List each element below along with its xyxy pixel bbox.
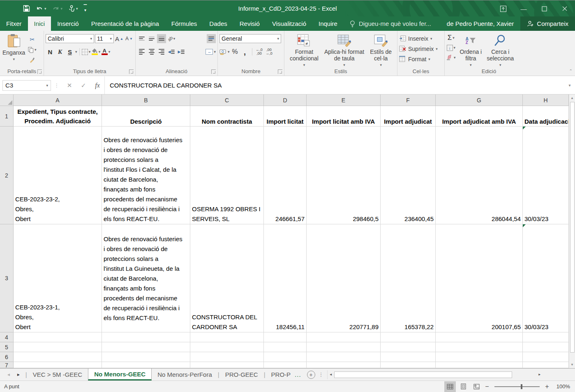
paste-caret[interactable]: ▾ xyxy=(13,57,15,61)
scroll-left-icon[interactable]: ◄ xyxy=(328,373,334,376)
tab-dades[interactable]: Dades xyxy=(203,16,233,31)
row-header-7[interactable]: 7 xyxy=(0,362,14,368)
font-name-select[interactable]: Calibri▾ xyxy=(46,34,94,43)
undo-button[interactable]: ▾ xyxy=(34,4,48,13)
cell-E6[interactable] xyxy=(307,352,381,362)
cell-F6[interactable] xyxy=(381,352,436,362)
sheet-tab-overflow[interactable]: ... xyxy=(292,369,304,380)
cell-A3[interactable]: CEB-2023-23-1, Obres, Obert xyxy=(14,224,102,332)
decrease-indent-button[interactable]: ◀ xyxy=(167,47,176,56)
cell-B1[interactable]: Descripció xyxy=(102,106,190,127)
find-select-caret[interactable]: ▾ xyxy=(499,63,501,67)
underline-caret[interactable]: ▾ xyxy=(75,50,77,54)
scroll-up-icon[interactable]: ▲ xyxy=(569,95,575,101)
save-button[interactable] xyxy=(21,4,32,13)
cell-B5[interactable] xyxy=(102,342,190,352)
cell-A7[interactable] xyxy=(14,362,102,368)
cell-C5[interactable] xyxy=(190,342,264,352)
borders-caret[interactable]: ▾ xyxy=(89,50,91,54)
accounting-format-caret[interactable]: ▾ xyxy=(228,50,230,54)
formula-input[interactable]: CONSTRUCTORA DEL CARDONER SA xyxy=(104,76,564,94)
row-header-5[interactable]: 5 xyxy=(0,342,14,352)
percent-style-button[interactable]: % xyxy=(231,47,240,56)
column-header-h[interactable]: H xyxy=(523,95,569,106)
cell-H4[interactable] xyxy=(523,332,569,342)
align-right-button[interactable] xyxy=(157,47,166,56)
cell-F2[interactable]: 236400,45 xyxy=(381,127,436,224)
increase-decimal-button[interactable]: ←,0 ,00 xyxy=(255,47,264,56)
cut-button[interactable]: ✂ xyxy=(28,35,37,44)
increase-indent-button[interactable]: ▶ xyxy=(177,47,186,56)
ribbon-display-options-button[interactable] xyxy=(493,0,513,16)
add-sheet-button[interactable]: + xyxy=(307,371,315,379)
cell-D5[interactable] xyxy=(264,342,307,352)
cell-G2[interactable]: 286044,54 xyxy=(436,127,523,224)
wrap-text-button[interactable] xyxy=(207,34,216,43)
format-as-table-caret[interactable]: ▾ xyxy=(343,63,345,67)
autosum-button[interactable]: Σ▾ xyxy=(446,33,456,42)
align-top-button[interactable] xyxy=(137,34,146,43)
row-header-1[interactable]: 1 xyxy=(0,106,14,127)
cell-styles-caret[interactable]: ▾ xyxy=(380,63,382,67)
minimize-button[interactable]: — xyxy=(513,0,534,16)
row-header-2[interactable]: 2 xyxy=(0,127,14,224)
page-break-preview-button[interactable] xyxy=(471,381,482,392)
cell-F7[interactable] xyxy=(381,362,436,368)
cell-E7[interactable] xyxy=(307,362,381,368)
column-header-a[interactable]: A xyxy=(14,95,102,106)
alignment-dialog-launcher[interactable] xyxy=(211,69,216,74)
horizontal-scrollbar-track[interactable] xyxy=(334,371,536,378)
share-button[interactable]: Comparteix xyxy=(520,16,575,31)
sheet-tab-pro-p[interactable]: PRO-P xyxy=(266,369,293,380)
cell-H2[interactable]: 30/03/23 xyxy=(523,127,569,224)
enter-entry-button[interactable]: ✓ xyxy=(76,82,90,89)
format-cells-button[interactable]: Format▾ xyxy=(397,54,444,64)
horizontal-scrollbar[interactable]: ◄ ► xyxy=(327,370,543,379)
cell-D7[interactable] xyxy=(264,362,307,368)
cell-B3[interactable]: Obres de renovació fusteries i obres de … xyxy=(102,224,190,332)
cell-H5[interactable] xyxy=(523,342,569,352)
column-header-d[interactable]: D xyxy=(264,95,307,106)
cell-F5[interactable] xyxy=(381,342,436,352)
column-header-e[interactable]: E xyxy=(307,95,381,106)
cell-C3[interactable]: CONSTRUCTORA DEL CARDONER SA xyxy=(190,224,264,332)
cell-E2[interactable]: 298460,5 xyxy=(307,127,381,224)
clear-caret[interactable]: ▾ xyxy=(454,55,456,60)
align-bottom-button[interactable] xyxy=(157,34,166,43)
cell-H6[interactable] xyxy=(523,352,569,362)
cell-E4[interactable] xyxy=(307,332,381,342)
align-left-button[interactable] xyxy=(137,47,146,56)
tab-insercio[interactable]: Inserció xyxy=(51,16,85,31)
column-header-f[interactable]: F xyxy=(381,95,436,106)
fill-color-button[interactable]: ▾ xyxy=(92,47,101,56)
cancel-entry-button[interactable]: ✕ xyxy=(62,82,76,89)
formula-bar-handle[interactable]: ⋮ xyxy=(51,83,62,88)
cell-G7[interactable] xyxy=(436,362,523,368)
conditional-formatting-caret[interactable]: ▾ xyxy=(303,63,305,67)
cell-G6[interactable] xyxy=(436,352,523,362)
cell-B7[interactable] xyxy=(102,362,190,368)
cell-A1[interactable]: Expedient, Tipus contracte, Procedim. Ad… xyxy=(14,106,102,127)
align-middle-button[interactable] xyxy=(147,34,156,43)
align-center-button[interactable] xyxy=(147,47,156,56)
clear-button[interactable]: ▾ xyxy=(446,53,456,62)
format-painter-button[interactable] xyxy=(28,55,37,65)
cell-A6[interactable] xyxy=(14,352,102,362)
cell-H3[interactable]: 30/03/23 xyxy=(523,224,569,332)
prev-sheet-icon[interactable]: ◄ xyxy=(7,372,11,377)
merge-center-button[interactable]: ↔▾ xyxy=(206,47,216,56)
cell-E3[interactable]: 220771,89 xyxy=(307,224,381,332)
cell-H1[interactable]: Data adjudicació xyxy=(523,106,569,127)
signed-in-user[interactable]: de Pedro Puente, Xavier xyxy=(440,16,520,31)
zoom-slider[interactable] xyxy=(494,386,540,387)
cell-D3[interactable]: 182456,11 xyxy=(264,224,307,332)
copy-caret[interactable]: ▾ xyxy=(35,48,37,52)
orientation-button[interactable]: ab▾ xyxy=(167,34,176,43)
comma-style-button[interactable]: , xyxy=(240,47,249,56)
cell-G1[interactable]: Import adjudicat amb IVA xyxy=(436,106,523,127)
row-header-6[interactable]: 6 xyxy=(0,352,14,362)
column-header-g[interactable]: G xyxy=(436,95,523,106)
cell-G5[interactable] xyxy=(436,342,523,352)
cell-E5[interactable] xyxy=(307,342,381,352)
page-layout-view-button[interactable] xyxy=(457,381,469,392)
